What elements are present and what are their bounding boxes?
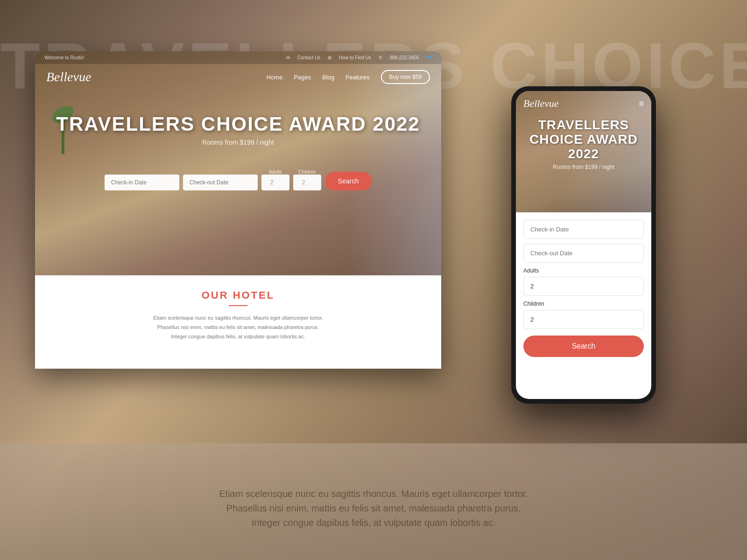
desktop-hero: Welcome to Rustic! ✉ Contact Us ⊞ How to… [35, 51, 441, 275]
desktop-booking-form: Adults Children Search [35, 160, 441, 200]
mobile-nav: Bellevue ≡ [516, 91, 651, 113]
desktop-nav: Bellevue Home Pages Blog Features Buy no… [35, 64, 441, 90]
mobile-checkin-input[interactable] [523, 220, 644, 239]
desktop-hero-title: TRAVELLERS CHOICE AWARD 2022 [44, 113, 432, 135]
mobile-hero-title: TRAVELLERS CHOICE AWARD 2022 [523, 118, 644, 161]
children-label: Children [293, 169, 321, 175]
mobile-adults-input[interactable] [523, 277, 644, 296]
mobile-screen: Bellevue ≡ TRAVELLERS CHOICE AWARD 2022 … [516, 91, 651, 399]
mobile-hero-content: TRAVELLERS CHOICE AWARD 2022 Rooms from … [516, 113, 651, 175]
checkout-date-input[interactable] [183, 175, 258, 190]
mobile-children-label: Children [523, 301, 644, 307]
children-input[interactable] [293, 175, 321, 190]
desktop-search-button[interactable]: Search [325, 172, 372, 190]
topbar-findus[interactable]: How to Find Us [339, 55, 371, 60]
nav-features[interactable]: Features [345, 74, 369, 81]
mobile-logo[interactable]: Bellevue [523, 98, 559, 110]
mobile-search-button[interactable]: Search [523, 336, 644, 357]
topbar-phone-icon: ✆ [379, 55, 382, 60]
mobile-adults-label: Adults [523, 267, 644, 274]
mobile-mockup: Bellevue ≡ TRAVELLERS CHOICE AWARD 2022 … [511, 86, 656, 404]
nav-links: Home Pages Blog Features Buy now $59 [267, 70, 430, 84]
mobile-children-input[interactable] [523, 310, 644, 329]
hotel-desc-line3: Integer congue dapibus felis, at vulputa… [171, 334, 305, 339]
mobile-hero: Bellevue ≡ TRAVELLERS CHOICE AWARD 2022 … [516, 91, 651, 212]
hotel-section-title: OUR HOTEL [44, 289, 432, 301]
nav-logo[interactable]: Bellevue [46, 70, 91, 84]
topbar-phone: 888-222-3456 [390, 55, 419, 60]
mobile-menu-icon[interactable]: ≡ [639, 99, 644, 109]
bottom-line-3: Integer congue dapibus felis, at vulputa… [37, 518, 710, 528]
topbar-email-icon: ✉ [286, 55, 290, 60]
desktop-hotel-section: OUR HOTEL Etiam scelerisque nunc eu sagi… [35, 275, 441, 355]
checkout-field-group [183, 175, 258, 190]
topbar-welcome: Welcome to Rustic! [44, 55, 85, 60]
mobile-booking-form: Adults Children Search [516, 212, 651, 364]
buy-now-button[interactable]: Buy now $59 [381, 70, 430, 84]
mobile-hero-subtitle: Rooms from $199 / night [523, 164, 644, 170]
checkin-date-input[interactable] [105, 175, 179, 190]
mobile-checkout-input[interactable] [523, 244, 644, 263]
hotel-description: Etiam scelerisque nunc eu sagittis rhonc… [121, 314, 355, 341]
nav-pages[interactable]: Pages [294, 74, 311, 81]
bottom-line-2: Phasellus nisi enim, mattis eu felis sit… [37, 503, 710, 514]
nav-blog[interactable]: Blog [322, 74, 334, 81]
nav-home[interactable]: Home [267, 74, 283, 81]
adults-label: Adults [261, 169, 289, 175]
desktop-hero-subtitle: Rooms from $199 / night [44, 139, 432, 146]
hotel-desc-line2: Phasellus nisi enim, mattis eu felis sit… [157, 324, 319, 330]
hotel-desc-line1: Etiam scelerisque nunc eu sagittis rhonc… [153, 315, 323, 321]
topbar-map-icon: ⊞ [328, 55, 331, 60]
adults-children-inputs [261, 175, 321, 190]
desktop-topbar: Welcome to Rustic! ✉ Contact Us ⊞ How to… [35, 51, 441, 64]
adults-children-group: Adults Children [261, 169, 321, 190]
hotel-divider [229, 305, 247, 306]
desktop-mockup: Welcome to Rustic! ✉ Contact Us ⊞ How to… [35, 51, 441, 369]
adults-input[interactable] [261, 175, 289, 190]
desktop-hero-content: TRAVELLERS CHOICE AWARD 2022 Rooms from … [35, 104, 441, 155]
topbar-right: ✉ Contact Us ⊞ How to Find Us ✆ 888-222-… [286, 55, 432, 60]
topbar-contact[interactable]: Contact Us [297, 55, 320, 60]
adults-children-labels: Adults Children [261, 169, 321, 175]
bottom-line-1: Etiam scelerisque nunc eu sagittis rhonc… [37, 489, 710, 499]
topbar-twitter-icon[interactable]: 🐦 [426, 55, 432, 60]
bottom-text-content: Etiam scelerisque nunc eu sagittis rhonc… [37, 485, 710, 532]
checkin-field-group [105, 175, 179, 190]
